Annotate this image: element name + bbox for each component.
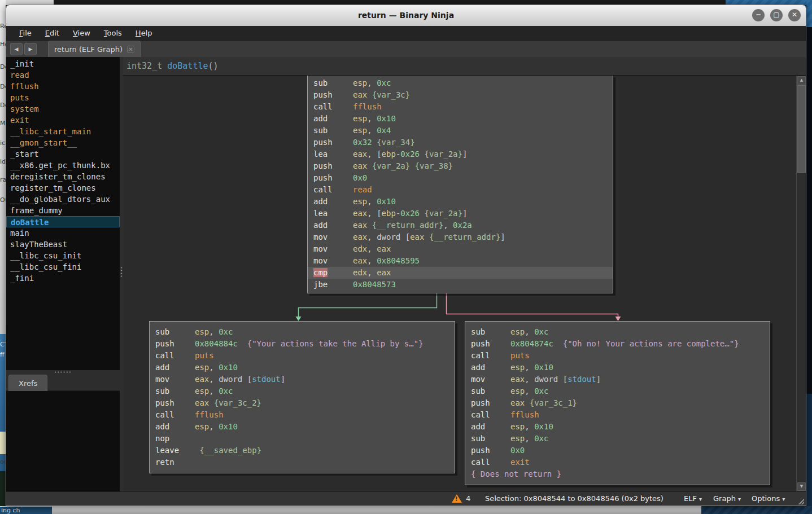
- sidebar-function-_fini[interactable]: _fini: [6, 273, 120, 284]
- maximize-button[interactable]: ▢: [770, 9, 783, 21]
- sidebar-function-_start[interactable]: _start: [6, 148, 120, 160]
- desktop-image-fragment: [0, 471, 6, 506]
- menu-item-help[interactable]: Help: [129, 27, 159, 39]
- graph-scrollbar[interactable]: ▲ ▼: [796, 76, 806, 491]
- asm-line[interactable]: subesp, 0xc: [150, 326, 455, 338]
- sidebar-function-read[interactable]: read: [6, 69, 120, 81]
- asm-line[interactable]: subesp, 0x4: [308, 125, 613, 137]
- selected-token[interactable]: cmp: [313, 268, 328, 277]
- asm-line[interactable]: pusheax {var_3c_2}: [150, 397, 455, 409]
- asm-line[interactable]: moveax, dword [eax {__return_addr}]: [308, 231, 613, 243]
- statusbar-menu-options[interactable]: Options▾: [752, 494, 785, 503]
- asm-line[interactable]: nop: [150, 433, 455, 445]
- asm-line[interactable]: moveax, dword [stdout]: [465, 374, 770, 385]
- sidebar-function-__gmon_start__[interactable]: __gmon_start__: [6, 137, 120, 148]
- asm-line[interactable]: pusheax {var_2a} {var_38}: [308, 160, 613, 172]
- scrollbar-down-icon[interactable]: ▼: [797, 482, 806, 491]
- graph-view[interactable]: subesp, 0xcpusheax {var_3c}callfflushadd…: [123, 76, 806, 491]
- asm-line[interactable]: leaeax, [ebp-0x26 {var_2a}]: [308, 208, 613, 219]
- asm-line[interactable]: { Does not return }: [465, 468, 770, 480]
- asm-line[interactable]: callread: [308, 184, 613, 196]
- asm-line[interactable]: subesp, 0xc: [308, 77, 613, 89]
- nav-forward-button[interactable]: ▶: [24, 43, 37, 55]
- asm-line[interactable]: callfflush: [308, 101, 613, 113]
- tab-xrefs[interactable]: Xrefs: [8, 375, 47, 391]
- sidebar-function-__libc_start_main[interactable]: __libc_start_main: [6, 126, 120, 137]
- tab-close-icon[interactable]: ✕: [127, 46, 134, 53]
- asm-line[interactable]: moveax, 0x8048595: [308, 255, 613, 267]
- minimize-button[interactable]: −: [752, 9, 765, 21]
- sidebar-function-__x86.get_pc_thunk.bx[interactable]: __x86.get_pc_thunk.bx: [6, 160, 120, 171]
- sidebar-function-doBattle[interactable]: doBattle: [6, 216, 120, 227]
- menu-item-view[interactable]: View: [67, 27, 97, 39]
- asm-line[interactable]: addesp, 0x10: [308, 113, 613, 125]
- sidebar-function-exit[interactable]: exit: [6, 115, 120, 126]
- desktop-wallpaper-fragment: [701, 506, 812, 514]
- resize-grip-icon[interactable]: [797, 498, 804, 504]
- asm-line[interactable]: pusheax {var_3c}: [308, 89, 613, 101]
- document-tab[interactable]: return (ELF Graph) ✕: [48, 41, 141, 57]
- sidebar-function-deregister_tm_clones[interactable]: deregister_tm_clones: [6, 171, 120, 182]
- window-title: return — Binary Ninja: [6, 5, 806, 26]
- asm-line[interactable]: push0x0: [308, 172, 613, 184]
- scrollbar-up-icon[interactable]: ▲: [797, 76, 806, 85]
- nav-back-button[interactable]: ◀: [10, 43, 23, 55]
- horizontal-splitter[interactable]: ••••••: [6, 370, 120, 375]
- asm-line[interactable]: movedx, eax: [308, 243, 613, 255]
- asm-line[interactable]: callputs: [465, 350, 770, 362]
- close-button[interactable]: ✕: [788, 9, 801, 21]
- menu-item-edit[interactable]: Edit: [39, 27, 66, 39]
- asm-line[interactable]: addesp, 0x10: [308, 196, 613, 208]
- desktop-wallpaper-fragment: [806, 0, 812, 27]
- desktop-text-fragment: Ot: [0, 196, 6, 204]
- sidebar-function-__libc_csu_init[interactable]: __libc_csu_init: [6, 250, 120, 261]
- sidebar-function-puts[interactable]: puts: [6, 92, 120, 103]
- asm-line[interactable]: subesp, 0xc: [150, 385, 455, 397]
- sidebar-function-frame_dummy[interactable]: frame_dummy: [6, 205, 120, 216]
- asm-line[interactable]: leave {__saved_ebp}: [150, 445, 455, 456]
- menu-item-tools[interactable]: Tools: [98, 27, 128, 39]
- asm-line[interactable]: callfflush: [150, 409, 455, 421]
- asm-line[interactable]: push0x0: [465, 445, 770, 456]
- signature-function-name[interactable]: doBattle: [167, 61, 208, 71]
- asm-line[interactable]: addesp, 0x10: [150, 362, 455, 374]
- sidebar-function-_init[interactable]: _init: [6, 58, 120, 69]
- asm-line[interactable]: callputs: [150, 350, 455, 362]
- asm-line[interactable]: pusheax {var_3c_1}: [465, 397, 770, 409]
- asm-line[interactable]: subesp, 0xc: [465, 433, 770, 445]
- asm-line[interactable]: callfflush: [465, 409, 770, 421]
- asm-line[interactable]: subesp, 0xc: [465, 385, 770, 397]
- xrefs-panel[interactable]: [6, 391, 120, 491]
- sidebar-function-fflush[interactable]: fflush: [6, 81, 120, 92]
- asm-line[interactable]: addeax {__return_addr}, 0x2a: [308, 219, 613, 231]
- sidebar-function-main[interactable]: main: [6, 227, 120, 239]
- basic-block-condition[interactable]: subesp, 0xcpusheax {var_3c}callfflushadd…: [307, 76, 613, 293]
- menu-item-file[interactable]: File: [13, 27, 38, 39]
- sidebar-function-__libc_csu_fini[interactable]: __libc_csu_fini: [6, 261, 120, 273]
- asm-line[interactable]: retn: [150, 456, 455, 468]
- asm-line[interactable]: leaeax, [ebp-0x26 {var_2a}]: [308, 148, 613, 160]
- sidebar-function-system[interactable]: system: [6, 103, 120, 115]
- asm-line[interactable]: push0x804874c {"Oh no! Your actions are …: [465, 338, 770, 350]
- asm-line[interactable]: addesp, 0x10: [150, 421, 455, 433]
- sidebar-function-slayTheBeast[interactable]: slayTheBeast: [6, 239, 120, 250]
- asm-line[interactable]: addesp, 0x10: [465, 362, 770, 374]
- scrollbar-thumb[interactable]: [797, 85, 806, 173]
- asm-line[interactable]: moveax, dword [stdout]: [150, 374, 455, 385]
- asm-line[interactable]: addesp, 0x10: [465, 421, 770, 433]
- sidebar-function-register_tm_clones[interactable]: register_tm_clones: [6, 182, 120, 194]
- asm-line[interactable]: cmpedx, eax: [308, 267, 613, 279]
- warning-icon[interactable]: [452, 494, 462, 503]
- asm-line[interactable]: jbe0x8048573: [308, 279, 613, 291]
- title-bar[interactable]: return — Binary Ninja − ▢ ✕: [6, 5, 806, 26]
- statusbar-menu-graph[interactable]: Graph▾: [713, 494, 741, 503]
- basic-block-true[interactable]: subesp, 0xcpush0x804884c {"Your actions …: [149, 321, 455, 473]
- asm-line[interactable]: subesp, 0xc: [465, 326, 770, 338]
- asm-line[interactable]: callexit: [465, 456, 770, 468]
- asm-line[interactable]: push0x32 {var_34}: [308, 137, 613, 148]
- function-list[interactable]: _initreadfflushputssystemexit__libc_star…: [6, 57, 120, 370]
- sidebar-function-__do_global_dtors_aux[interactable]: __do_global_dtors_aux: [6, 194, 120, 205]
- statusbar-menu-elf[interactable]: ELF▾: [684, 494, 702, 503]
- asm-line[interactable]: push0x804884c {"Your actions take the Al…: [150, 338, 455, 350]
- basic-block-false[interactable]: subesp, 0xcpush0x804874c {"Oh no! Your a…: [465, 321, 770, 485]
